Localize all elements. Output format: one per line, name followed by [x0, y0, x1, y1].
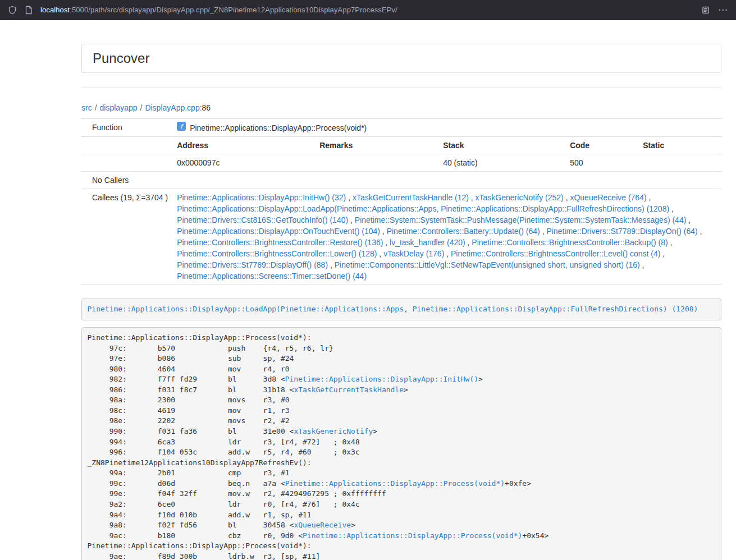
col-header-remarks: Remarks: [315, 137, 438, 154]
divider: [81, 88, 721, 88]
code-symbol-link[interactable]: Pinetime::Applications::DisplayApp::Proc…: [303, 531, 522, 540]
callee-link[interactable]: Pinetime::Applications::DisplayApp::Init…: [177, 193, 346, 202]
url-text[interactable]: localhost:5000/path/src/displayapp/Displ…: [40, 6, 693, 14]
code-symbol-link[interactable]: xTaskGenericNotify: [294, 427, 373, 435]
function-name-cell: f Pinetime::Applications::DisplayApp::Pr…: [172, 119, 721, 137]
metrics-value-row: 0x0000097c 40 (static) 500: [81, 154, 721, 172]
url-path: :5000/path/src/displayapp/DisplayApp.cpp…: [70, 6, 397, 14]
callee-link[interactable]: vTaskDelay (176): [383, 249, 444, 258]
breadcrumb-separator: /: [138, 103, 145, 112]
value-stack: 40 (static): [438, 154, 565, 172]
callee-link[interactable]: xTaskGenericNotify (252): [476, 193, 564, 202]
url-host: localhost: [40, 6, 70, 14]
no-callers-label: No Callers: [81, 172, 172, 189]
disassembly: Pinetime::Applications::DisplayApp::Proc…: [81, 327, 721, 560]
callee-link[interactable]: Pinetime::Applications::DisplayApp::OnTo…: [177, 227, 380, 236]
menu-icon[interactable]: ⋯: [718, 5, 728, 15]
page-icon[interactable]: [25, 6, 33, 15]
snippet-box: Pinetime::Applications::DisplayApp::Load…: [81, 299, 721, 320]
breadcrumb-item[interactable]: DisplayApp.cpp:: [145, 103, 202, 112]
shield-icon[interactable]: [8, 6, 17, 15]
col-header-address: Address: [172, 137, 315, 154]
code-symbol-link[interactable]: xTaskGetCurrentTaskHandle: [294, 385, 404, 394]
function-icon: f: [177, 122, 186, 134]
col-header-static: Static: [638, 137, 721, 154]
browser-chrome: localhost:5000/path/src/displayapp/Displ…: [0, 0, 736, 20]
callee-link[interactable]: Pinetime::Controllers::BrightnessControl…: [177, 249, 377, 258]
breadcrumb: src/displayapp/DisplayApp.cpp:86: [81, 102, 721, 113]
code-symbol-link[interactable]: Pinetime::Applications::DisplayApp::Init…: [285, 375, 478, 383]
page-title-panel: Puncover: [81, 44, 721, 73]
callee-link[interactable]: Pinetime::Drivers::St7789::DisplayOff() …: [177, 260, 328, 269]
function-name: Pinetime::Applications::DisplayApp::Proc…: [190, 122, 367, 134]
callee-link[interactable]: Pinetime::Drivers::St7789::DisplayOn() (…: [546, 227, 697, 236]
no-callers-row: No Callers: [81, 172, 721, 189]
page-container: Puncover src/displayapp/DisplayApp.cpp:8…: [81, 44, 721, 560]
col-header-code: Code: [565, 137, 638, 154]
callee-link[interactable]: xTaskGetCurrentTaskHandle (12): [353, 193, 469, 202]
code-symbol-link[interactable]: Pinetime::Applications::DisplayApp::Proc…: [285, 479, 505, 488]
snippet-link[interactable]: Pinetime::Applications::DisplayApp::Load…: [88, 305, 698, 313]
code-symbol-link[interactable]: xQueueReceive: [294, 521, 351, 529]
breadcrumb-item: 86: [202, 103, 211, 112]
value-remarks: [315, 154, 438, 172]
callee-link[interactable]: lv_task_handler (420): [390, 238, 465, 247]
callee-link[interactable]: Pinetime::Applications::DisplayApp::Load…: [177, 204, 669, 213]
function-row: Function f Pinetime::Applications::Displ…: [81, 119, 721, 137]
callee-link[interactable]: Pinetime::Controllers::BrightnessControl…: [472, 238, 668, 247]
value-code: 500: [565, 154, 638, 172]
page-title: Puncover: [93, 51, 710, 66]
callees-label: Callees (19, Σ=3704 ): [81, 189, 172, 285]
callees-row: Callees (19, Σ=3704 ) Pinetime::Applicat…: [81, 189, 721, 285]
reader-view-icon[interactable]: [701, 6, 710, 15]
symbol-table: Function f Pinetime::Applications::Displ…: [81, 118, 721, 285]
callee-link[interactable]: Pinetime::Controllers::Battery::Update()…: [387, 227, 540, 236]
value-address: 0x0000097c: [172, 154, 315, 172]
value-static: [638, 154, 721, 172]
col-header-stack: Stack: [438, 137, 565, 154]
callee-link[interactable]: Pinetime::Controllers::BrightnessControl…: [177, 238, 383, 247]
callee-link[interactable]: Pinetime::Applications::Screens::Timer::…: [177, 272, 367, 281]
breadcrumb-item[interactable]: displayapp: [100, 103, 138, 112]
breadcrumb-item[interactable]: src: [81, 103, 92, 112]
breadcrumb-separator: /: [92, 103, 100, 112]
callee-link[interactable]: xQueueReceive (764): [570, 193, 646, 202]
callee-link[interactable]: Pinetime::System::SystemTask::PushMessag…: [355, 215, 687, 224]
function-row-label: Function: [81, 119, 172, 137]
metrics-header-row: Address Remarks Stack Code Static: [81, 137, 721, 154]
callee-link[interactable]: Pinetime::Controllers::BrightnessControl…: [451, 249, 660, 258]
callees-cell: Pinetime::Applications::DisplayApp::Init…: [172, 189, 721, 285]
callee-link[interactable]: Pinetime::Components::LittleVgl::SetNewT…: [335, 260, 640, 269]
callee-link[interactable]: Pinetime::Drivers::Cst816S::GetTouchInfo…: [177, 215, 348, 224]
